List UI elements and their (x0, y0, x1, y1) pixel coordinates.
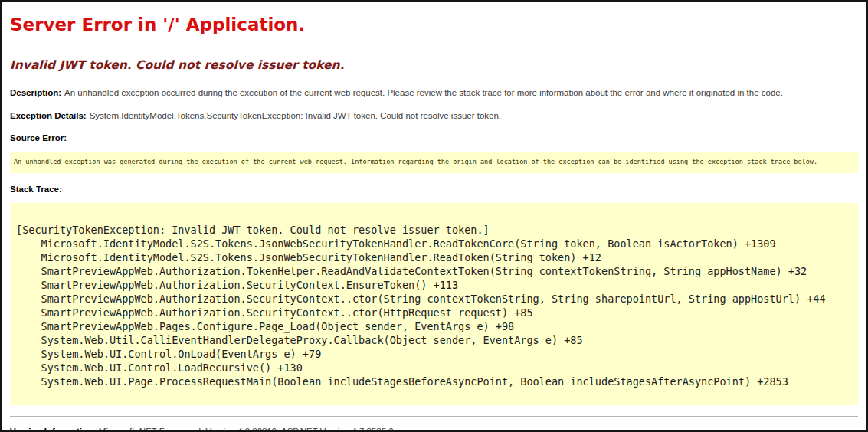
version-info-row: Version Information:Microsoft .NET Frame… (10, 426, 858, 432)
stack-trace-label: Stack Trace: (10, 185, 62, 194)
description-row: Description:An unhandled exception occur… (10, 87, 858, 99)
exception-details-row: Exception Details:System.IdentityModel.T… (10, 110, 858, 122)
title-divider (10, 44, 858, 44)
stack-trace-row: Stack Trace: (10, 184, 858, 195)
page-title: Server Error in '/' Application. (10, 15, 858, 36)
error-page: Server Error in '/' Application. Invalid… (0, 0, 868, 432)
source-error-text: An unhandled exception was generated dur… (14, 157, 854, 167)
exception-details-label: Exception Details: (10, 111, 87, 120)
footer-divider (10, 416, 858, 417)
source-error-label: Source Error: (10, 133, 67, 142)
stack-trace-text: [SecurityTokenException: Invalid JWT tok… (16, 223, 852, 388)
description-text: An unhandled exception occurred during t… (64, 88, 783, 97)
version-info-text: Microsoft .NET Framework Version:4.0.303… (99, 427, 394, 432)
source-error-row: Source Error: (10, 133, 858, 144)
source-error-box: An unhandled exception was generated dur… (10, 152, 858, 173)
error-page-content: Server Error in '/' Application. Invalid… (2, 2, 866, 432)
exception-details-text: System.IdentityModel.Tokens.SecurityToke… (90, 111, 501, 120)
description-label: Description: (10, 88, 61, 97)
stack-trace-box: [SecurityTokenException: Invalid JWT tok… (10, 203, 858, 405)
error-subtitle: Invalid JWT token. Could not resolve iss… (10, 58, 858, 72)
version-info-label: Version Information: (10, 427, 96, 432)
